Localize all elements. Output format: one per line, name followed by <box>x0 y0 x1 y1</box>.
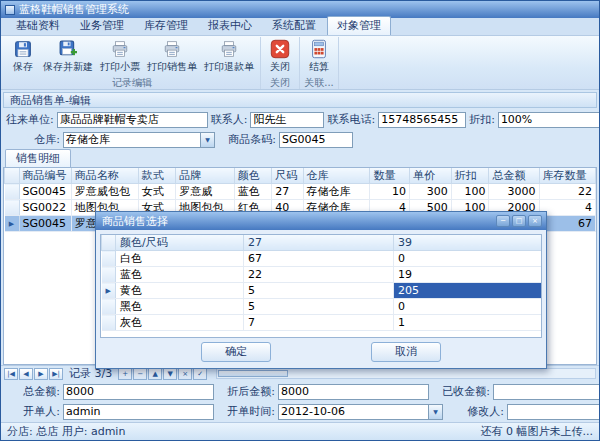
contact-input[interactable] <box>250 112 324 128</box>
cell[interactable]: 黄色 <box>116 283 244 299</box>
creator-input[interactable] <box>63 404 214 420</box>
tab-business[interactable]: 业务管理 <box>71 17 133 35</box>
selected-cell[interactable]: 205 <box>394 283 542 299</box>
dialog-titlebar[interactable]: 商品销售选择 ─ □ × <box>96 212 546 230</box>
tab-reports[interactable]: 报表中心 <box>199 17 261 35</box>
print-refund-button[interactable]: 打印退款单 <box>201 37 257 77</box>
table-row[interactable]: SG0045 罗意威包包 女式 罗意威 蓝色 27 存储仓库 10 300 10… <box>5 184 596 200</box>
create-time-input[interactable] <box>279 405 428 419</box>
cell[interactable]: 100 <box>451 184 489 200</box>
nav-delete-button[interactable]: − <box>133 368 147 380</box>
cell[interactable]: SG0045 <box>19 184 71 200</box>
cell[interactable]: 5 <box>244 283 394 299</box>
cell[interactable]: 300 <box>410 184 452 200</box>
save-button[interactable]: 保存 <box>7 37 39 77</box>
close-button[interactable]: 关闭 <box>264 37 296 77</box>
warehouse-select[interactable]: ▼ <box>63 132 215 148</box>
cell[interactable]: 22 <box>244 267 394 283</box>
table-row-selected[interactable]: ▶ 黄色 5 205 <box>102 283 542 299</box>
cell[interactable]: 蓝色 <box>234 184 272 200</box>
discounted-amount-input[interactable] <box>278 384 429 400</box>
nav-prev-button[interactable]: ◀ <box>19 368 33 380</box>
table-row[interactable]: 白色 67 0 <box>102 251 542 267</box>
nav-down-button[interactable]: ▼ <box>163 368 177 380</box>
warehouse-input[interactable] <box>64 133 200 147</box>
cell[interactable]: 灰色 <box>116 315 244 331</box>
column-header-size[interactable]: 尺码 <box>272 168 303 184</box>
dropdown-icon[interactable]: ▼ <box>428 405 442 419</box>
phone-input[interactable] <box>378 112 466 128</box>
cancel-button[interactable]: 取消 <box>371 342 441 362</box>
cell[interactable]: 1 <box>394 315 542 331</box>
total-amount-input[interactable] <box>63 384 214 400</box>
received-amount-input[interactable] <box>493 384 600 400</box>
cell[interactable]: 19 <box>394 267 542 283</box>
cell[interactable]: 67 <box>244 251 394 267</box>
column-header-style[interactable]: 款式 <box>138 168 176 184</box>
cell[interactable]: 67 <box>539 216 596 232</box>
cell[interactable]: 22 <box>539 184 596 200</box>
dropdown-icon[interactable]: ▼ <box>200 133 214 147</box>
settle-button[interactable]: 结算 <box>303 37 335 77</box>
cell[interactable]: 黑色 <box>116 299 244 315</box>
tab-object-management[interactable]: 对象管理 <box>327 16 391 35</box>
column-header-product-code[interactable]: 商品编号 <box>19 168 71 184</box>
close-icon[interactable]: × <box>528 215 542 227</box>
table-row[interactable]: 蓝色 22 19 <box>102 267 542 283</box>
tab-sales-detail[interactable]: 销售明细 <box>5 149 71 167</box>
column-header-brand[interactable]: 品牌 <box>176 168 234 184</box>
cell[interactable]: 5 <box>244 299 394 315</box>
cell[interactable]: 0 <box>394 299 542 315</box>
cell[interactable]: 10 <box>370 184 410 200</box>
cell[interactable]: 0 <box>394 251 542 267</box>
column-header-product-name[interactable]: 商品名称 <box>71 168 138 184</box>
nav-up-button[interactable]: ▲ <box>148 368 162 380</box>
column-header-total[interactable]: 总金额 <box>489 168 539 184</box>
ok-button[interactable]: 确定 <box>201 342 271 362</box>
cell[interactable]: SG0022 <box>19 200 71 216</box>
tab-inventory[interactable]: 库存管理 <box>135 17 197 35</box>
cell[interactable]: 蓝色 <box>116 267 244 283</box>
column-header-unit-price[interactable]: 单价 <box>410 168 452 184</box>
column-header-size-39[interactable]: 39 <box>394 235 542 251</box>
cell[interactable]: 27 <box>272 184 303 200</box>
nav-last-button[interactable]: ▶| <box>49 368 63 380</box>
print-receipt-button[interactable]: 打印小票 <box>97 37 143 77</box>
horizontal-scrollbar[interactable] <box>216 368 596 379</box>
cell[interactable]: 女式 <box>138 184 176 200</box>
column-header-warehouse[interactable]: 仓库 <box>303 168 370 184</box>
modifier-input[interactable] <box>507 404 600 420</box>
column-header-size-27[interactable]: 27 <box>244 235 394 251</box>
create-time-select[interactable]: ▼ <box>278 404 443 420</box>
customer-input[interactable] <box>57 112 208 128</box>
print-sales-order-button[interactable]: 打印销售单 <box>144 37 200 77</box>
tab-basic-data[interactable]: 基础资料 <box>7 17 69 35</box>
cell[interactable]: 4 <box>539 200 596 216</box>
cell[interactable]: 罗意威 <box>176 184 234 200</box>
cell[interactable]: 7 <box>244 315 394 331</box>
cell[interactable]: 3000 <box>489 184 539 200</box>
cell[interactable]: 罗意威包包 <box>71 184 138 200</box>
tab-system-config[interactable]: 系统配置 <box>263 17 325 35</box>
nav-add-button[interactable]: + <box>118 368 132 380</box>
nav-first-button[interactable]: |◀ <box>4 368 18 380</box>
nav-cancel-button[interactable]: × <box>178 368 192 380</box>
table-row[interactable]: 灰色 7 1 <box>102 315 542 331</box>
column-header-discount[interactable]: 折扣 <box>451 168 489 184</box>
column-header-stock[interactable]: 库存数量 <box>539 168 596 184</box>
column-header-color-size[interactable]: 颜色/尺码 <box>116 235 244 251</box>
scrollbar-thumb[interactable] <box>218 370 288 377</box>
nav-next-button[interactable]: ▶ <box>34 368 48 380</box>
minimize-icon[interactable]: ─ <box>496 215 510 227</box>
maximize-icon[interactable]: □ <box>512 215 526 227</box>
column-header-quantity[interactable]: 数量 <box>370 168 410 184</box>
cell[interactable]: 存储仓库 <box>303 184 370 200</box>
table-row[interactable]: 黑色 5 0 <box>102 299 542 315</box>
column-header-color[interactable]: 颜色 <box>234 168 272 184</box>
discount-input[interactable] <box>498 112 600 128</box>
cell[interactable]: SG0045 <box>19 216 71 232</box>
save-and-new-button[interactable]: 保存并新建 <box>40 37 96 77</box>
nav-commit-button[interactable]: ✓ <box>193 368 207 380</box>
barcode-input[interactable] <box>279 132 353 148</box>
cell[interactable]: 白色 <box>116 251 244 267</box>
